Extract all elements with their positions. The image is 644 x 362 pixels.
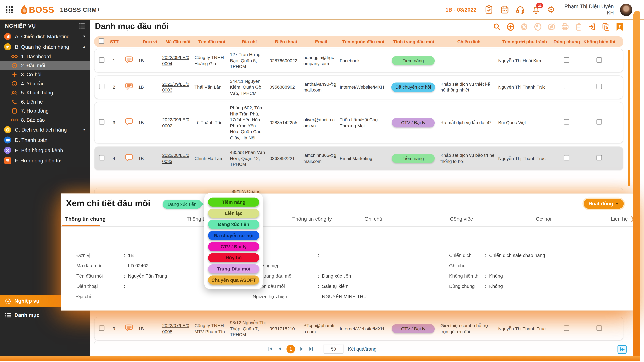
last-page-icon[interactable]	[308, 346, 314, 352]
sidebar-item-leads[interactable]: 2. Đầu mối	[0, 61, 90, 70]
current-page[interactable]: 1	[286, 345, 295, 353]
brand-logo[interactable]: BOSS	[20, 4, 54, 15]
sidebar-item-econtracts[interactable]: F. Hợp đồng điện tử	[0, 155, 90, 166]
page-size-input[interactable]	[324, 344, 343, 354]
hidden-checkbox[interactable]	[596, 57, 602, 62]
collapse-panel-icon[interactable]	[618, 345, 626, 354]
sidebar-item-dashboard[interactable]: 1. Dashboard	[0, 52, 90, 61]
chat-bubble-icon[interactable]	[122, 324, 138, 333]
next-page-icon[interactable]	[299, 346, 305, 352]
status-option[interactable]: Tiềm năng	[208, 197, 259, 207]
col-code[interactable]: Mã đầu mối	[162, 39, 194, 44]
col-status[interactable]: Tình trạng đầu mối	[387, 39, 440, 44]
col-hidden[interactable]: Không hiển thị	[582, 39, 617, 44]
sidebar-item-omnichannel[interactable]: E. Bán hàng đa kênh	[0, 145, 90, 155]
avatar[interactable]	[620, 3, 632, 16]
sidebar-item-requests[interactable]: ? 4. Yêu cầu	[0, 79, 90, 88]
table-row[interactable]: 3 1B 2022/09/LE/00002 Lê Thành Tôn Phòng…	[94, 102, 624, 144]
import-file-icon[interactable]	[574, 22, 583, 31]
hidden-checkbox[interactable]	[596, 325, 602, 331]
calendar-icon[interactable]	[500, 5, 510, 14]
sidebar-item-customer-relations[interactable]: B. Quan hệ khách hàng ▲	[0, 42, 90, 52]
activity-button[interactable]: Hoạt động▼	[584, 199, 624, 209]
shared-checkbox[interactable]	[564, 325, 569, 331]
chat-bubble-icon[interactable]	[122, 56, 138, 65]
tasks-icon[interactable]	[484, 5, 494, 14]
tab-notes[interactable]: Ghi chú	[364, 216, 382, 222]
hidden-checkbox[interactable]	[596, 119, 602, 125]
footer-tab-catalog[interactable]: Danh mục	[0, 310, 95, 320]
hide-eye-slash-icon[interactable]	[547, 22, 556, 31]
chat-bubble-icon[interactable]	[122, 82, 138, 92]
chat-bubble-icon[interactable]	[122, 118, 138, 127]
row-checkbox[interactable]	[99, 325, 104, 331]
select-all-checkbox[interactable]	[98, 38, 104, 43]
footer-tab-business[interactable]: Nghiệp vụ	[0, 295, 71, 307]
col-campaign[interactable]: Chiến dịch	[440, 39, 498, 44]
shared-checkbox[interactable]	[564, 119, 569, 125]
row-checkbox[interactable]	[99, 155, 104, 160]
tab-opportunities[interactable]: Cơ hội	[536, 216, 551, 222]
first-page-icon[interactable]	[268, 346, 273, 352]
status-badge[interactable]: CTV / Đại lý	[392, 324, 435, 333]
search-icon[interactable]	[492, 22, 502, 31]
status-badge[interactable]: Tiềm năng	[392, 154, 435, 163]
col-address[interactable]: Địa chỉ	[230, 39, 269, 44]
copy-pages-icon[interactable]	[602, 22, 610, 31]
shared-checkbox[interactable]	[564, 84, 569, 89]
settings-gear-icon[interactable]: ⚙	[547, 5, 556, 14]
status-badge[interactable]: Tiềm năng	[392, 56, 435, 65]
hidden-checkbox[interactable]	[596, 84, 602, 89]
row-code-link[interactable]: 2022/08/LE/00033	[162, 152, 194, 164]
col-shared[interactable]: Dùng chung	[552, 39, 582, 44]
sidebar-item-customer-service[interactable]: C. Dịch vụ khách hàng ▼	[0, 124, 90, 135]
export-icon[interactable]	[588, 22, 597, 31]
row-code-link[interactable]: 2022/09/LE/00004	[162, 54, 194, 66]
filter-bookmark-icon[interactable]	[615, 22, 624, 31]
row-code-link[interactable]: 2022/07/LE/00008	[162, 323, 194, 335]
status-option[interactable]: Chuyển qua ASOFT	[208, 276, 259, 285]
table-row[interactable]: 9 1B 2022/07/LE/00008 Công ty TNHH MTV P…	[94, 317, 624, 341]
list-toggle-icon[interactable]	[78, 23, 85, 29]
tab-general-info[interactable]: Thông tin chung	[65, 216, 106, 222]
status-option[interactable]: Đã chuyển cơ hội	[208, 231, 259, 240]
user-menu[interactable]: Phạm Thị Diệu Uyên KH	[564, 3, 614, 16]
print-icon[interactable]	[561, 22, 570, 31]
col-name[interactable]: Tên đầu mối	[194, 39, 230, 44]
row-code-link[interactable]: 2022/09/LE/00003	[162, 81, 194, 93]
prev-page-icon[interactable]	[277, 346, 283, 352]
status-option[interactable]: Trùng Đầu mối	[208, 264, 259, 273]
shared-checkbox[interactable]	[564, 57, 569, 62]
col-unit[interactable]: Đơn vị	[138, 39, 162, 44]
shared-checkbox[interactable]	[564, 155, 569, 160]
chat-bubble-icon[interactable]	[122, 154, 138, 163]
col-phone[interactable]: Điện thoại	[269, 39, 303, 44]
tab-tasks[interactable]: Công việc	[450, 216, 473, 222]
col-stt[interactable]: STT	[107, 39, 121, 44]
status-option[interactable]: CTV / Đại lý	[208, 242, 259, 251]
notifications-bell[interactable]: 21	[531, 5, 541, 14]
status-option[interactable]: Liên lạc	[208, 209, 259, 218]
row-checkbox[interactable]	[99, 119, 104, 125]
view-icon[interactable]	[534, 22, 542, 31]
col-source[interactable]: Tên nguồn đầu mối	[339, 39, 387, 44]
sidebar-item-marketing[interactable]: A. Chiến dịch Marketing ▼	[0, 31, 90, 42]
table-row[interactable]: 4 1B 2022/08/LE/00033 Chinh Hà Lam 435/9…	[94, 146, 624, 170]
sidebar-item-contacts[interactable]: 6. Liên hệ	[0, 97, 90, 106]
tab-company-info[interactable]: Thông tin công ty	[292, 216, 332, 222]
lead-status-chip[interactable]: Đang xúc tiến	[162, 200, 202, 209]
add-icon[interactable]	[506, 22, 515, 31]
delete-icon[interactable]	[520, 22, 529, 31]
period-selector[interactable]: 1B - 08/2022	[446, 6, 476, 13]
headset-icon[interactable]	[516, 5, 525, 14]
status-badge[interactable]: Đã chuyển cơ hội	[391, 82, 435, 92]
status-badge[interactable]: CTV / Đại lý	[392, 118, 435, 127]
row-checkbox[interactable]	[99, 84, 104, 89]
table-scrollbar[interactable]	[628, 50, 630, 186]
sidebar-item-payments[interactable]: D. Thanh toán	[0, 135, 90, 145]
row-checkbox[interactable]	[99, 57, 104, 62]
table-row[interactable]: 1 1B 2022/09/LE/00004 Công ty TNHH Hoàng…	[94, 49, 624, 72]
row-code-link[interactable]: 2022/09/LE/00002	[162, 117, 194, 129]
app-grid-icon[interactable]	[6, 6, 13, 13]
col-person[interactable]: Tên người phụ trách	[498, 39, 552, 44]
